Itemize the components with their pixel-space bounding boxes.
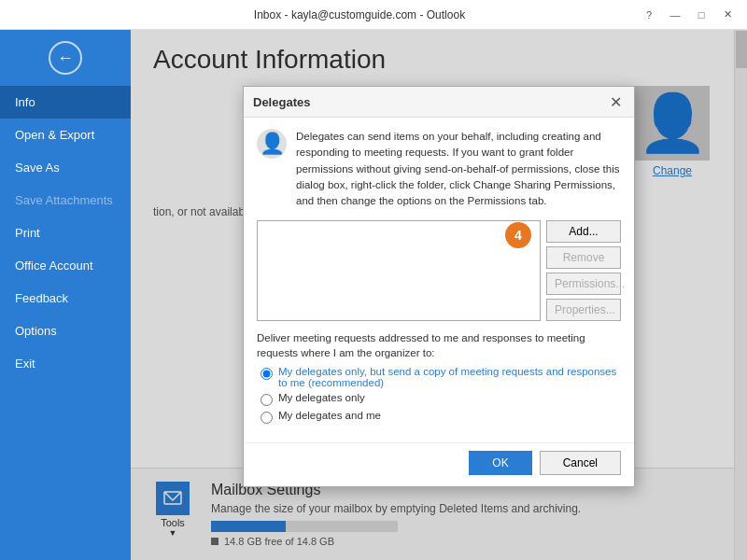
- app-body: ← Info Open & Export Save As Save Attach…: [0, 30, 747, 560]
- dialog-footer: OK Cancel: [244, 442, 634, 486]
- maximize-button[interactable]: □: [689, 6, 713, 24]
- dialog-info-row: 👤 Delegates can send items on your behal…: [257, 129, 621, 209]
- window-controls: ? — □ ✕: [637, 6, 740, 24]
- delegates-listbox[interactable]: [257, 220, 541, 321]
- properties-button[interactable]: Properties...: [546, 299, 621, 321]
- radio-delegates-copy-input[interactable]: [261, 368, 273, 380]
- window-title: Inbox - kayla@customguide.com - Outlook: [82, 8, 637, 21]
- radio-group: My delegates only, but send a copy of me…: [257, 366, 621, 424]
- radio-delegates-only-input[interactable]: [261, 394, 273, 406]
- sidebar-item-exit[interactable]: Exit: [0, 347, 131, 380]
- delegate-action-buttons: Add... Remove Permissions... Properties.…: [546, 220, 621, 321]
- sidebar-item-office-account[interactable]: Office Account: [0, 249, 131, 282]
- delegates-dialog: Delegates ✕ 👤 Delegates can send items o…: [243, 86, 635, 487]
- dialog-close-button[interactable]: ✕: [606, 92, 625, 111]
- sidebar-item-print[interactable]: Print: [0, 217, 131, 249]
- radio-delegates-and-me[interactable]: My delegates and me: [261, 410, 621, 424]
- radio-delegates-only[interactable]: My delegates only: [261, 392, 621, 406]
- radio-delegates-copy[interactable]: My delegates only, but send a copy of me…: [261, 366, 621, 388]
- dialog-info-text: Delegates can send items on your behalf,…: [296, 129, 621, 209]
- title-bar: Inbox - kayla@customguide.com - Outlook …: [0, 0, 747, 30]
- content-area: Account Information 👤 Change tion, or no…: [131, 30, 747, 560]
- meeting-section: Deliver meeting requests addressed to me…: [257, 330, 621, 424]
- delegates-list-area: 4 Add... Remove Permissions... Propertie…: [257, 220, 621, 321]
- dialog-title: Delegates: [253, 95, 310, 109]
- sidebar-item-feedback[interactable]: Feedback: [0, 282, 131, 315]
- sidebar-item-save-as[interactable]: Save As: [0, 151, 131, 184]
- sidebar-item-save-attachments: Save Attachments: [0, 184, 131, 217]
- sidebar-item-options[interactable]: Options: [0, 315, 131, 347]
- permissions-button[interactable]: Permissions...: [546, 273, 621, 295]
- add-button[interactable]: Add...: [546, 220, 621, 243]
- close-button[interactable]: ✕: [715, 6, 740, 24]
- remove-button[interactable]: Remove: [546, 246, 621, 269]
- minimize-button[interactable]: —: [663, 6, 687, 24]
- meeting-label: Deliver meeting requests addressed to me…: [257, 330, 621, 360]
- delegate-icon: 👤: [257, 129, 287, 159]
- sidebar-item-open-export[interactable]: Open & Export: [0, 119, 131, 151]
- dialog-overlay: Delegates ✕ 👤 Delegates can send items o…: [131, 30, 747, 560]
- ok-button[interactable]: OK: [469, 451, 531, 475]
- help-button[interactable]: ?: [637, 6, 661, 24]
- dialog-titlebar: Delegates ✕: [244, 87, 634, 118]
- back-button[interactable]: ←: [49, 41, 82, 75]
- back-nav[interactable]: ←: [0, 30, 131, 86]
- dialog-body: 👤 Delegates can send items on your behal…: [244, 118, 634, 442]
- radio-delegates-and-me-input[interactable]: [261, 412, 273, 424]
- cancel-button[interactable]: Cancel: [540, 451, 621, 475]
- sidebar-item-info[interactable]: Info: [0, 86, 131, 119]
- sidebar: ← Info Open & Export Save As Save Attach…: [0, 30, 131, 560]
